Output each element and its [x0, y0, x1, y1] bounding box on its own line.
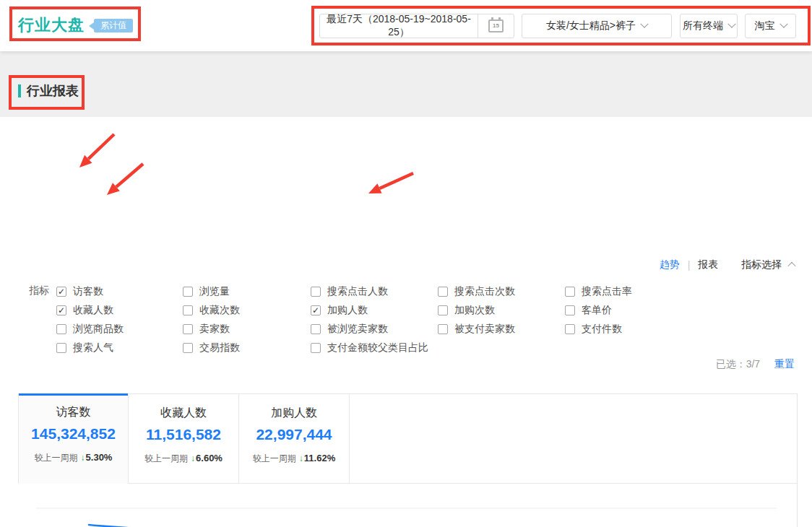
- table-view-link[interactable]: 报表: [698, 258, 718, 270]
- compare-label: 较上一周期: [144, 453, 188, 463]
- chevron-down-icon: [727, 20, 735, 28]
- summary-tab-value: 22,997,444: [256, 426, 332, 443]
- metric-column: 搜索点击率客单价支付件数: [565, 282, 702, 357]
- line-chart[interactable]: 2018-05-192018-05-202018-05-212018-05-22…: [0, 484, 812, 527]
- metric-checkbox-label: 搜索点击率: [582, 285, 632, 298]
- metric-checkbox-item[interactable]: 交易指数: [183, 339, 311, 357]
- summary-tab-1[interactable]: 访客数145,324,852较上一周期↓5.30%: [19, 396, 128, 484]
- checkbox-unchecked-icon[interactable]: [56, 343, 66, 353]
- checkbox-checked-icon[interactable]: ✓: [56, 305, 66, 315]
- view-separator: |: [688, 259, 691, 271]
- indicator-select-label: 指标选择: [741, 258, 782, 270]
- metric-checkbox-item[interactable]: 浏览商品数: [56, 320, 183, 339]
- page: 行业报表 趋势 | 报表 指标选择 指标 ✓访客数✓收藏人数浏览商品数搜索人气浏…: [0, 0, 812, 527]
- metric-column: 浏览量收藏次数卖家数交易指数: [183, 282, 311, 357]
- terminal-select[interactable]: 所有终端: [680, 14, 738, 38]
- metric-checkbox-label: 被支付卖家数: [454, 323, 515, 336]
- metric-checkbox-label: 收藏次数: [199, 304, 240, 317]
- metric-checkbox-grid: ✓访客数✓收藏人数浏览商品数搜索人气浏览量收藏次数卖家数交易指数搜索点击人数✓加…: [56, 282, 702, 357]
- metric-checkbox-item[interactable]: 支付件数: [565, 320, 702, 339]
- summary-tab-title: 访客数: [56, 405, 91, 420]
- metric-checkbox-item[interactable]: 支付金额较父类目占比: [311, 339, 438, 357]
- checkbox-unchecked-icon[interactable]: [438, 324, 448, 334]
- header: 行业大盘 累计值 最近7天（2018-05-19~2018-05-25） 15 …: [0, 0, 812, 51]
- summary-tab-compare: 较上一周期↓6.60%: [144, 453, 223, 465]
- trend-view-link[interactable]: 趋势: [660, 258, 680, 270]
- category-select-value: 女装/女士精品>裤子: [546, 19, 636, 32]
- metric-checkbox-label: 搜索点击次数: [454, 285, 515, 298]
- reset-link[interactable]: 重置: [774, 358, 795, 370]
- metric-column: 搜索点击人数✓加购人数被浏览卖家数支付金额较父类目占比: [311, 282, 438, 357]
- checkbox-unchecked-icon[interactable]: [311, 324, 321, 334]
- checkbox-unchecked-icon[interactable]: [311, 343, 321, 353]
- metric-checkbox-label: 支付件数: [582, 323, 622, 336]
- metric-checkbox-item[interactable]: 搜索点击率: [565, 282, 702, 301]
- metric-checkbox-label: 卖家数: [199, 323, 230, 336]
- tab-strip-border: [349, 393, 350, 484]
- metric-checkbox-label: 交易指数: [199, 341, 240, 354]
- calendar-icon: 15: [488, 19, 504, 32]
- metric-checkbox-label: 加购次数: [454, 304, 495, 317]
- checkbox-unchecked-icon[interactable]: [183, 324, 193, 334]
- metric-checkbox-item[interactable]: 收藏次数: [183, 301, 311, 320]
- chevron-down-icon: [779, 20, 787, 28]
- metric-checkbox-item[interactable]: 加购次数: [438, 301, 565, 320]
- summary-tab-value: 145,324,852: [31, 425, 116, 443]
- calendar-button[interactable]: 15: [478, 14, 514, 38]
- metric-checkbox-label: 搜索点击人数: [327, 285, 388, 298]
- metric-checkbox-label: 加购人数: [327, 304, 368, 317]
- metric-checkbox-item[interactable]: ✓加购人数: [311, 301, 438, 320]
- down-arrow-icon: ↓: [299, 453, 303, 463]
- metric-checkbox-label: 客单价: [582, 304, 612, 317]
- compare-label: 较上一周期: [253, 453, 296, 463]
- platform-select-value: 淘宝: [755, 19, 775, 32]
- view-switch-row: 趋势 | 报表 指标选择: [0, 258, 795, 271]
- checkbox-unchecked-icon[interactable]: [565, 287, 575, 297]
- checkbox-unchecked-icon[interactable]: [183, 343, 193, 353]
- terminal-select-value: 所有终端: [683, 19, 723, 32]
- chevron-up-icon: [787, 262, 795, 270]
- checkbox-unchecked-icon[interactable]: [565, 324, 575, 334]
- summary-tab-compare: 较上一周期↓5.30%: [35, 452, 113, 464]
- category-select[interactable]: 女装/女士精品>裤子: [522, 14, 672, 38]
- checkbox-unchecked-icon[interactable]: [311, 287, 321, 297]
- metric-checkbox-label: 支付金额较父类目占比: [327, 341, 428, 354]
- summary-tab-2[interactable]: 收藏人数11,516,582较上一周期↓6.60%: [129, 394, 238, 483]
- metric-checkbox-item[interactable]: 搜索人气: [56, 339, 183, 357]
- metric-checkbox-item[interactable]: 被浏览卖家数: [311, 320, 438, 339]
- selected-summary-row: 已选：3/7 重置: [0, 358, 795, 371]
- metric-checkbox-item[interactable]: 搜索点击人数: [311, 282, 438, 301]
- checkbox-checked-icon[interactable]: ✓: [311, 305, 321, 315]
- checkbox-unchecked-icon[interactable]: [183, 287, 193, 297]
- down-arrow-icon: ↓: [81, 453, 85, 463]
- metric-checkbox-label: 搜索人气: [73, 341, 113, 354]
- date-range-text: 最近7天（2018-05-19~2018-05-25）: [320, 13, 478, 39]
- change-percent: 5.30%: [86, 452, 113, 463]
- metric-checkbox-item[interactable]: 浏览量: [183, 282, 311, 301]
- checkbox-unchecked-icon[interactable]: [438, 287, 448, 297]
- metric-checkbox-item[interactable]: 卖家数: [183, 320, 311, 339]
- date-range-select[interactable]: 最近7天（2018-05-19~2018-05-25） 15: [319, 14, 514, 38]
- metric-checkbox-item[interactable]: 搜索点击次数: [438, 282, 565, 301]
- checkbox-unchecked-icon[interactable]: [438, 305, 448, 315]
- metric-checkbox-item[interactable]: ✓访客数: [56, 282, 183, 301]
- metric-checkbox-label: 浏览量: [199, 285, 230, 298]
- summary-tab-3[interactable]: 加购人数22,997,444较上一周期↓11.62%: [239, 394, 349, 483]
- metric-checkbox-label: 访客数: [73, 285, 103, 298]
- metric-column: 搜索点击次数加购次数被支付卖家数: [438, 282, 565, 357]
- metric-checkbox-label: 被浏览卖家数: [327, 323, 388, 336]
- checkbox-checked-icon[interactable]: ✓: [56, 287, 66, 297]
- summary-tab-title: 加购人数: [271, 406, 317, 421]
- metric-checkbox-item[interactable]: ✓收藏人数: [56, 301, 183, 320]
- checkbox-unchecked-icon[interactable]: [183, 305, 193, 315]
- platform-select[interactable]: 淘宝: [745, 14, 796, 38]
- page-title: 行业大盘: [18, 14, 85, 36]
- checkbox-unchecked-icon[interactable]: [565, 305, 575, 315]
- metric-checkbox-label: 收藏人数: [73, 304, 113, 317]
- section-title: 行业报表: [18, 82, 79, 100]
- checkbox-unchecked-icon[interactable]: [56, 324, 66, 334]
- indicator-select-toggle[interactable]: 指标选择: [741, 258, 795, 270]
- metric-checkbox-item[interactable]: 客单价: [565, 301, 702, 320]
- section-title-text: 行业报表: [27, 82, 79, 100]
- metric-checkbox-item[interactable]: 被支付卖家数: [438, 320, 565, 339]
